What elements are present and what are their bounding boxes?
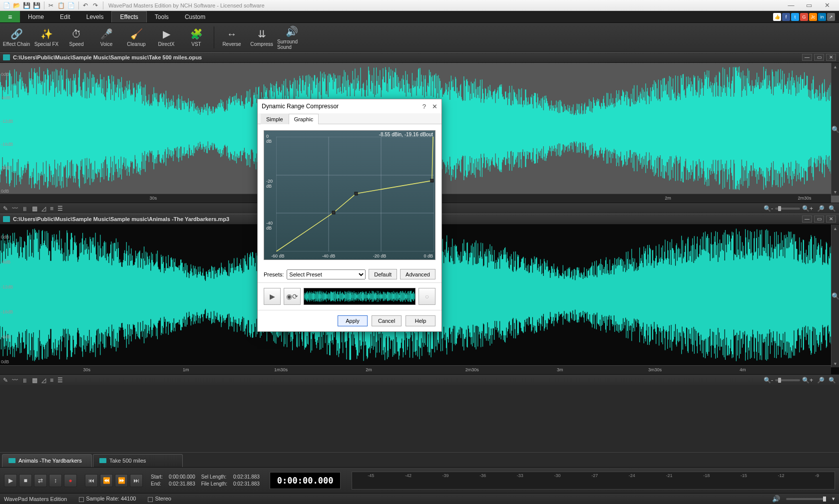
copy-icon[interactable]: 📋 [56, 1, 65, 10]
new-file-icon[interactable]: 📄 [2, 1, 11, 10]
save-icon[interactable]: 💾 [22, 1, 31, 10]
dialog-help-icon[interactable]: ? [422, 103, 426, 110]
preview-play-button[interactable]: ▶ [264, 288, 281, 305]
doc-close[interactable]: ✕ [826, 54, 836, 61]
doc-maximize[interactable]: ▭ [814, 54, 824, 61]
tab-animals-the-yardbarkers[interactable]: Animals -The Yardbarkers [2, 454, 92, 467]
advanced-button[interactable]: Advanced [400, 269, 435, 279]
zoom-fit-icon[interactable]: 🔍 [831, 291, 839, 301]
play-button[interactable]: ▶ [4, 474, 17, 487]
doc-maximize[interactable]: ▭ [814, 216, 824, 223]
doc-minimize[interactable]: — [802, 216, 812, 223]
compressor-graph[interactable]: -8.55 dBin, -19.16 dBout 0dB-20dB-40dB -… [264, 130, 435, 260]
apply-button[interactable]: Apply [338, 315, 368, 326]
volume-dropdown[interactable]: ▾ [832, 496, 835, 502]
tool-surround-sound[interactable]: 🔊Surround Sound [277, 24, 306, 50]
volume-slider[interactable] [786, 498, 826, 500]
scroll-down-icon[interactable]: ▾ [833, 188, 838, 196]
list-icon[interactable]: ☰ [57, 377, 63, 384]
tool-directx[interactable]: ▶DirectX [152, 24, 181, 50]
twitter-icon[interactable]: t [791, 13, 799, 21]
zoom-out-icon[interactable]: 🔍- [764, 377, 773, 384]
spectral-icon[interactable]: ▦ [32, 205, 37, 212]
tool-special-fx[interactable]: ✨Special FX [32, 24, 61, 50]
dialog-close-icon[interactable]: ✕ [432, 103, 437, 110]
cancel-button[interactable]: Cancel [372, 315, 402, 326]
zoom-all-icon[interactable]: 🔍 [829, 205, 836, 212]
freq-icon[interactable]: ⫼ [22, 205, 28, 212]
skip-start-button[interactable]: ⏮ [85, 474, 98, 487]
doc-close[interactable]: ✕ [826, 216, 836, 223]
scrub-button[interactable]: ↕ [49, 474, 62, 487]
waveform-scrollbar[interactable]: ▴ 🔍 ▾ [831, 63, 839, 196]
normalize-icon[interactable]: ≡ [50, 377, 53, 384]
volume-icon[interactable]: 🔊 [772, 495, 780, 503]
preview-loop-button[interactable]: ◉⟳ [284, 288, 301, 305]
window-maximize[interactable]: ▭ [802, 1, 816, 9]
loop-button[interactable]: ⇄ [34, 474, 47, 487]
menu-edit[interactable]: Edit [52, 11, 78, 22]
tool-compress[interactable]: ⇊Compress [247, 24, 276, 50]
freq-icon[interactable]: ⫼ [22, 377, 28, 384]
google-plus-icon[interactable]: G [800, 13, 808, 21]
zoom-all-icon[interactable]: 🔍 [829, 377, 836, 384]
list-icon[interactable]: ☰ [57, 205, 63, 212]
tab-take-500-miles[interactable]: Take 500 miles [93, 454, 183, 467]
tool-voice[interactable]: 🎤Voice [92, 24, 121, 50]
menu-custom[interactable]: Custom [177, 11, 213, 22]
zoom-in-icon[interactable]: 🔍+ [802, 205, 813, 212]
zoom-out-icon[interactable]: 🔍- [764, 205, 773, 212]
window-minimize[interactable]: — [784, 1, 798, 9]
scroll-down-icon[interactable]: ▾ [833, 360, 838, 367]
zoom-in-icon[interactable]: 🔍+ [802, 377, 813, 384]
fade-icon[interactable]: ◿ [41, 205, 46, 212]
zoom-sel-icon[interactable]: 🔎 [817, 377, 825, 384]
zoom-slider[interactable] [775, 379, 800, 381]
tool-vst[interactable]: 🧩VST [182, 24, 211, 50]
forward-button[interactable]: ⏩ [115, 474, 128, 487]
facebook-icon[interactable]: f [782, 13, 790, 21]
skip-end-button[interactable]: ⏭ [130, 474, 143, 487]
zoom-sel-icon[interactable]: 🔎 [817, 205, 825, 212]
wave-icon[interactable]: 〰 [12, 377, 18, 384]
record-button[interactable]: ● [64, 474, 77, 487]
menu-home[interactable]: Home [20, 11, 52, 22]
fade-icon[interactable]: ◿ [41, 377, 46, 384]
redo-icon[interactable]: ↷ [91, 1, 100, 10]
dlg-tab-simple[interactable]: Simple [261, 114, 289, 124]
menu-effects[interactable]: Effects [111, 11, 146, 22]
preview-stop-button[interactable]: ○ [419, 288, 435, 305]
window-close[interactable]: ✕ [820, 1, 834, 9]
scroll-up-icon[interactable]: ▴ [833, 225, 838, 232]
wave-icon[interactable]: 〰 [12, 205, 18, 212]
dlg-tab-graphic[interactable]: Graphic [289, 114, 319, 124]
time-ruler[interactable]: 30s1m1m30s2m2m30s3m3m30s4m [0, 365, 831, 374]
default-button[interactable]: Default [369, 269, 397, 279]
like-icon[interactable]: 👍 [773, 13, 781, 21]
cut-icon[interactable]: ✂ [46, 1, 55, 10]
app-menu-button[interactable]: ≡ [0, 11, 20, 22]
share-icon[interactable]: ↗ [827, 13, 835, 21]
rewind-button[interactable]: ⏪ [100, 474, 113, 487]
help-button[interactable]: Help [406, 315, 435, 326]
channels-checkbox[interactable] [148, 497, 153, 502]
presets-select[interactable]: Select Preset [287, 269, 366, 279]
zoom-fit-icon[interactable]: 🔍 [831, 125, 839, 134]
sample-rate-checkbox[interactable] [79, 497, 84, 502]
undo-icon[interactable]: ↶ [81, 1, 90, 10]
tool-cleanup[interactable]: 🧹Cleanup [122, 24, 151, 50]
zoom-slider[interactable] [775, 208, 800, 210]
linkedin-icon[interactable]: in [818, 13, 826, 21]
normalize-icon[interactable]: ≡ [50, 205, 53, 212]
tool-reverse[interactable]: ↔Reverse [217, 24, 246, 50]
doc-minimize[interactable]: — [802, 54, 812, 61]
menu-levels[interactable]: Levels [78, 11, 112, 22]
save-all-icon[interactable]: 💾 [32, 1, 41, 10]
stumbleupon-icon[interactable]: Jc [809, 13, 817, 21]
menu-tools[interactable]: Tools [147, 11, 177, 22]
pencil-icon[interactable]: ✎ [3, 377, 8, 384]
spectral-icon[interactable]: ▦ [32, 377, 37, 384]
scroll-up-icon[interactable]: ▴ [833, 63, 838, 70]
stop-button[interactable]: ■ [19, 474, 32, 487]
pencil-icon[interactable]: ✎ [3, 205, 8, 212]
